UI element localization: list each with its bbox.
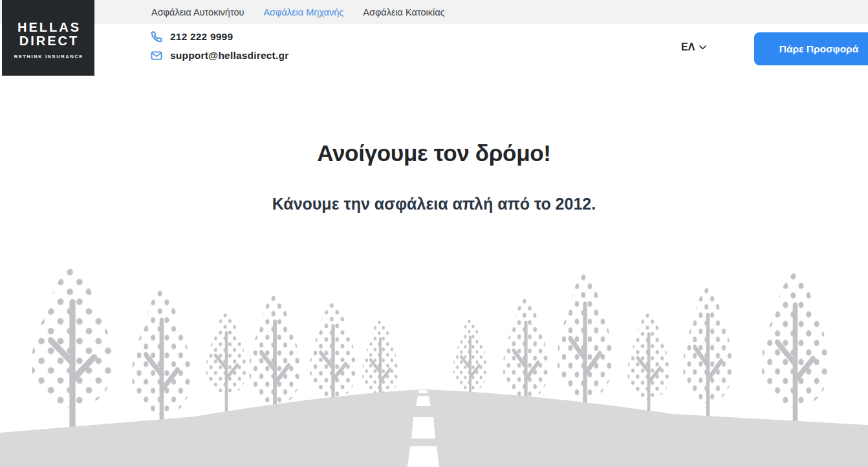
phone-row[interactable]: 212 222 9999 — [151, 31, 288, 43]
logo-tagline: RETHINK INSURANCE — [14, 54, 83, 60]
road-dash — [416, 396, 431, 406]
header — [0, 24, 868, 84]
nav-item-motorbike-insurance[interactable]: Ασφάλεια Μηχανής — [263, 7, 343, 17]
contact-block: 212 222 9999 support@hellasdirect.gr — [151, 31, 288, 61]
page-subtitle: Κάνουμε την ασφάλεια απλή από το 2012. — [0, 194, 868, 213]
logo-line-1: HELLAS — [17, 21, 81, 34]
get-quote-button[interactable]: Πάρε Προσφορά — [754, 32, 868, 65]
nav-item-car-insurance[interactable]: Ασφάλεια Αυτοκινήτου — [151, 7, 244, 17]
hero-section: Ανοίγουμε τον δρόμο! Κάνουμε την ασφάλει… — [0, 84, 868, 213]
phone-icon — [151, 31, 162, 43]
phone-number: 212 222 9999 — [170, 31, 233, 43]
nav-item-home-insurance[interactable]: Ασφάλεια Κατοικίας — [363, 7, 444, 17]
road-dash — [407, 446, 439, 467]
mail-icon — [151, 50, 162, 61]
logo-line-2: DIRECT — [19, 34, 79, 48]
email-address: support@hellasdirect.gr — [170, 50, 288, 61]
product-nav: Ασφάλεια Αυτοκινήτου Ασφάλεια Μηχανής Ασ… — [0, 0, 868, 24]
language-code: ΕΛ — [681, 41, 695, 53]
road-dash — [418, 390, 428, 393]
email-row[interactable]: support@hellasdirect.gr — [151, 50, 288, 61]
chevron-down-icon — [699, 45, 706, 50]
road-dash — [411, 417, 435, 439]
hero-illustration — [0, 259, 868, 467]
hellas-direct-logo[interactable]: HELLAS DIRECT RETHINK INSURANCE — [2, 0, 94, 76]
page-title: Ανοίγουμε τον δρόμο! — [0, 140, 868, 167]
language-selector[interactable]: ΕΛ — [681, 41, 706, 53]
